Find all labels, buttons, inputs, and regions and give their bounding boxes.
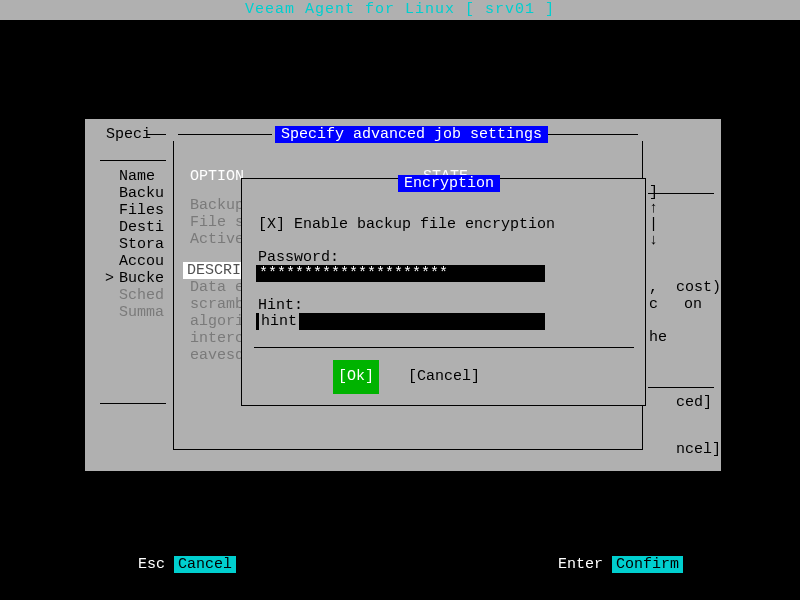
frag-line5: , cost) bbox=[649, 279, 658, 296]
frag-bracket: ] bbox=[649, 184, 658, 201]
hint-label: Hint: bbox=[258, 297, 303, 314]
col-option: OPTION bbox=[190, 168, 244, 185]
frag-line6: con bbox=[649, 296, 658, 313]
enable-encryption-checkbox[interactable]: [X] Enable backup file encryption bbox=[258, 216, 555, 233]
esc-key-hint: Esc bbox=[138, 556, 165, 573]
black-strip-bottom bbox=[0, 471, 800, 600]
step-summary: Summa bbox=[119, 304, 164, 321]
enter-action[interactable]: Confirm bbox=[612, 556, 683, 573]
password-input[interactable]: ********************* bbox=[256, 265, 545, 282]
esc-action[interactable]: Cancel bbox=[174, 556, 236, 573]
step-bucket[interactable]: Bucke bbox=[119, 270, 164, 287]
step-schedule: Sched bbox=[119, 287, 164, 304]
step-files[interactable]: Files bbox=[119, 202, 164, 219]
frag-advanced: ced] bbox=[676, 394, 712, 411]
hr1 bbox=[147, 134, 166, 135]
hr2 bbox=[100, 160, 166, 161]
up-arrow-icon[interactable]: ↑ bbox=[649, 200, 658, 217]
page-header-fragment: Speci bbox=[106, 126, 151, 143]
down-arrow-icon[interactable]: ↓ bbox=[649, 232, 658, 249]
step-storage[interactable]: Stora bbox=[119, 236, 164, 253]
step-destination[interactable]: Desti bbox=[119, 219, 164, 236]
cancel-button[interactable]: [Cancel] bbox=[408, 360, 480, 394]
wizard-steps: Name Backu Files Desti Stora Accou > Buc… bbox=[119, 168, 164, 321]
step-name[interactable]: Name bbox=[119, 168, 164, 185]
ok-button[interactable]: [Ok] bbox=[333, 360, 379, 394]
frag-cancel: ncel] bbox=[676, 441, 721, 458]
hint-input[interactable]: hint bbox=[256, 313, 545, 330]
step-marker: > bbox=[105, 270, 114, 287]
hr5 bbox=[647, 387, 714, 388]
advanced-panel-title: Specify advanced job settings bbox=[275, 126, 548, 143]
step-backup[interactable]: Backu bbox=[119, 185, 164, 202]
frag-line7: he bbox=[649, 329, 667, 346]
black-strip-top bbox=[0, 20, 800, 119]
password-label: Password: bbox=[258, 249, 339, 266]
scrollbar-track: | bbox=[649, 216, 658, 233]
step-account[interactable]: Accou bbox=[119, 253, 164, 270]
encryption-title: Encryption bbox=[398, 175, 500, 192]
enter-key-hint: Enter bbox=[558, 556, 603, 573]
hr3 bbox=[100, 403, 166, 404]
app-title: Veeam Agent for Linux [ srv01 ] bbox=[0, 0, 800, 20]
encryption-separator bbox=[254, 347, 634, 348]
